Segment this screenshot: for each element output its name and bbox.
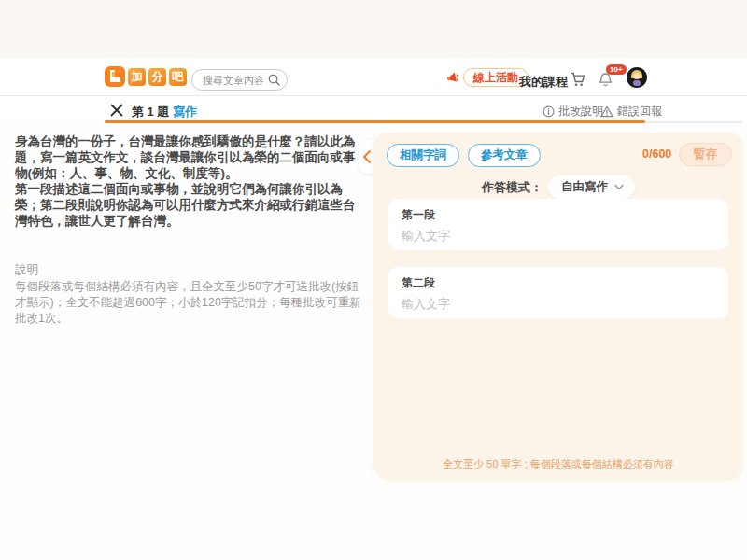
save-draft-button[interactable]: 暫存 (679, 143, 732, 166)
brand-char-box: 分 (148, 68, 166, 86)
cart-icon (570, 71, 586, 88)
paragraph-2-label: 第二段 (402, 275, 715, 291)
paragraph-1-input[interactable] (402, 228, 715, 246)
grading-info-link[interactable]: 批改說明 (543, 104, 603, 119)
notes-title: 說明 (15, 262, 364, 277)
question-number: 第 1 題 (132, 104, 169, 120)
avatar-face (633, 73, 641, 79)
brand-logo[interactable]: 加 分 吧 (105, 66, 187, 87)
inactive-tab-underline (645, 121, 742, 123)
my-courses-link[interactable]: 我的課程 (519, 74, 568, 91)
my-courses-label: 我的課程 (519, 74, 568, 91)
warning-icon (600, 105, 613, 118)
prompt-notes: 說明 每個段落或每個結構必須有內容，且全文至少50字才可送批改(按鈕才顯示)；全… (15, 262, 364, 327)
search-icon[interactable] (268, 74, 280, 86)
paragraph-1-label: 第一段 (402, 207, 715, 223)
error-report-label: 錯誤回報 (617, 104, 662, 119)
megaphone-icon (446, 70, 461, 85)
answer-mode-value: 自由寫作 (561, 179, 608, 195)
user-avatar[interactable] (627, 67, 647, 88)
cart-button[interactable] (570, 71, 586, 88)
notification-count-badge: 10+ (606, 64, 627, 75)
answer-panel: 相關字詞 參考文章 0/600 暫存 作答模式： 自由寫作 第一段 第二段 全文… (374, 133, 743, 480)
grading-info-label: 批改說明 (558, 104, 603, 119)
close-icon[interactable] (110, 104, 123, 117)
panel-toolbar: 相關字詞 參考文章 (387, 144, 541, 167)
article-search-box[interactable] (191, 69, 288, 91)
prompt-paragraph-2: 第一段描述這二個面向或事物，並說明它們為何讓你引以為榮；第二段則說明你認為可以用… (15, 181, 364, 229)
question-type-tab[interactable]: 寫作 (173, 104, 197, 120)
answer-mode-dropdown[interactable]: 自由寫作 (548, 175, 635, 199)
brand-char-box: 吧 (169, 68, 187, 86)
app-window: 加 分 吧 線上活動 我的課程 (0, 0, 747, 560)
active-tab-underline (105, 120, 645, 123)
notes-body: 每個段落或每個結構必須有內容，且全文至少50字才可送批改(按鈕才顯示)；全文不能… (15, 279, 364, 327)
brand-logo-icon (105, 66, 125, 87)
error-report-link[interactable]: 錯誤回報 (600, 104, 662, 119)
paragraph-card-1: 第一段 (388, 199, 728, 250)
chevron-left-icon (362, 149, 372, 164)
reference-articles-button[interactable]: 參考文章 (468, 144, 541, 167)
prompt-paragraph-1: 身為台灣的一份子，台灣最讓你感到驕傲的是什麼？請以此為題，寫一篇英文作文，談台灣… (15, 133, 364, 181)
answer-mode-label: 作答模式： (482, 179, 543, 196)
online-event[interactable]: 線上活動 (446, 68, 529, 87)
avatar-body (633, 80, 641, 86)
paragraph-2-input[interactable] (402, 296, 715, 315)
panel-footer-note: 全文至少 50 單字 ; 每個段落或每個結構必須有內容 (374, 457, 743, 471)
paragraph-card-2: 第二段 (388, 267, 728, 318)
search-input[interactable] (203, 75, 268, 86)
chevron-down-icon (614, 184, 624, 190)
answer-mode-row: 作答模式： 自由寫作 (374, 175, 743, 199)
word-count: 0/600 (642, 147, 671, 161)
related-words-button[interactable]: 相關字詞 (387, 144, 459, 167)
essay-prompt: 身為台灣的一份子，台灣最讓你感到驕傲的是什麼？請以此為題，寫一篇英文作文，談台灣… (15, 133, 364, 327)
info-icon (543, 105, 555, 118)
question-toolbar: 第 1 題 寫作 批改說明 錯誤回報 (0, 96, 747, 123)
brand-char-box: 加 (128, 68, 146, 86)
page-top-margin (0, 0, 747, 58)
